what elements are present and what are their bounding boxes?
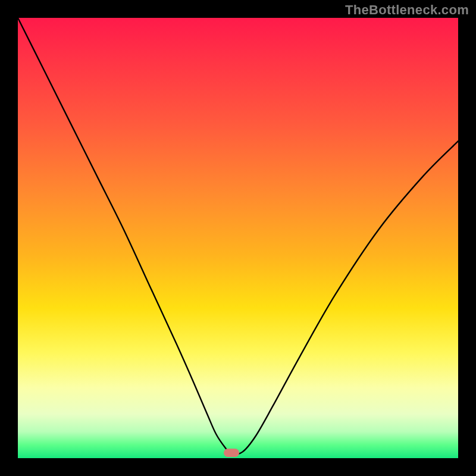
chart-frame: TheBottleneck.com bbox=[0, 0, 476, 476]
plot-area bbox=[18, 18, 458, 458]
bottleneck-curve bbox=[18, 18, 458, 458]
watermark-label: TheBottleneck.com bbox=[345, 2, 469, 18]
optimal-point-marker bbox=[224, 449, 239, 457]
